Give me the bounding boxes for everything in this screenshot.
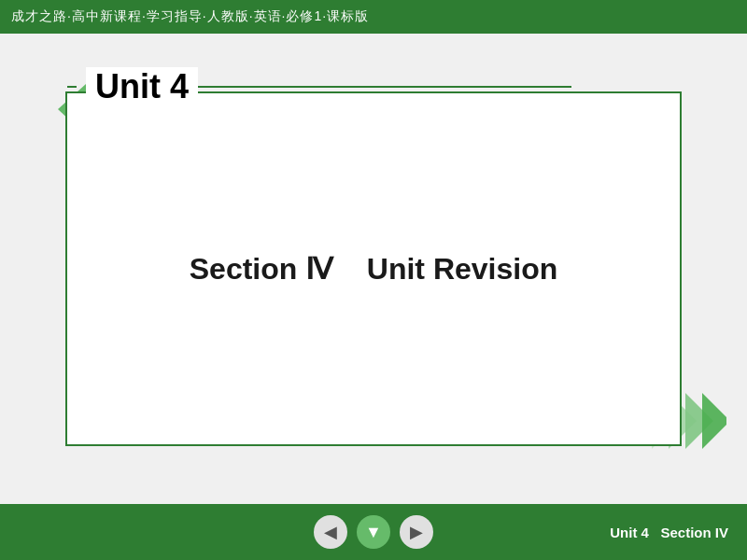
section-label: Section Ⅳ Unit Revision: [190, 252, 558, 286]
slide-box: Unit 4 Section Ⅳ Unit Revision: [65, 91, 682, 446]
prev-button[interactable]: ◀: [314, 515, 347, 549]
section-title: Section Ⅳ Unit Revision: [190, 251, 558, 287]
bottom-unit: Unit 4: [610, 525, 649, 540]
unit-title: Unit 4: [86, 67, 198, 106]
header-title: 成才之路·高中新课程·学习指导·人教版·英语·必修1·课标版: [11, 8, 369, 25]
header-bar: 成才之路·高中新课程·学习指导·人教版·英语·必修1·课标版: [0, 0, 747, 34]
section-content: Section Ⅳ Unit Revision: [67, 93, 680, 444]
bottom-info: Unit 4 Section IV: [610, 525, 728, 540]
unit-title-area: Unit 4: [67, 67, 571, 106]
bottom-section: Section IV: [660, 525, 728, 540]
home-button[interactable]: ▼: [357, 515, 390, 549]
nav-buttons: ◀ ▼ ▶: [314, 515, 433, 549]
svg-marker-6: [702, 393, 726, 449]
main-content: Unit 4 Section Ⅳ Unit Revision: [0, 34, 747, 504]
next-button[interactable]: ▶: [400, 515, 433, 549]
bottom-bar: ◀ ▼ ▶ Unit 4 Section IV: [0, 504, 747, 560]
